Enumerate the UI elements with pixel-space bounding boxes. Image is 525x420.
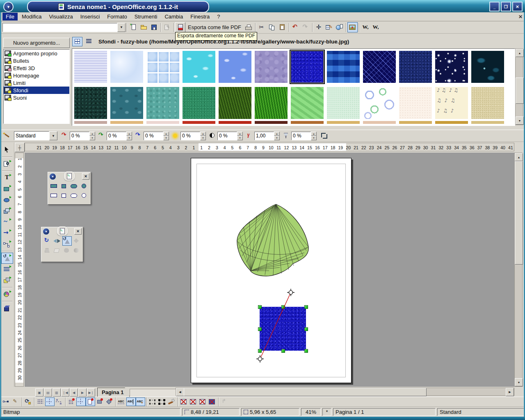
url-input[interactable] [2,23,117,32]
picture-placeholder-toggle[interactable] [179,397,189,406]
gallery-topic-limiti[interactable]: Limiti [4,79,69,87]
show-grid-toggle[interactable] [36,397,45,406]
snap-border-toggle[interactable] [95,397,105,406]
rectangles-floater-rect-outline[interactable] [49,191,59,200]
menu-item-item[interactable]: ? [214,13,223,21]
graphics-mode-input[interactable] [14,131,49,140]
grid-view-button[interactable] [72,37,82,46]
gallery-topic-homepage[interactable]: Homepage [4,72,69,79]
effects-floater-rotate[interactable] [43,236,52,246]
red-line-object[interactable] [253,287,299,366]
brightness-field[interactable]: ▲▼ [180,132,206,140]
thumbnail-blue-tiles[interactable] [146,51,179,83]
open-button[interactable] [139,22,149,32]
selection-handle[interactable] [304,349,308,353]
floater-menu-icon[interactable]: ▼ [43,228,50,235]
selection-handle[interactable] [304,305,308,309]
quick-edit-toggle[interactable] [117,397,126,406]
text-placeholder-toggle[interactable] [198,397,208,406]
thumbnail-maze-dark-blue[interactable] [363,51,396,83]
last-page-icon[interactable]: ▶❘ [87,388,95,397]
blue-percent-field[interactable]: ▲▼ [144,132,169,140]
transparency-field[interactable]: ▲▼ [291,132,317,140]
rectangles-floater-square-filled[interactable] [59,181,69,191]
transparency-field-spinner[interactable]: ▲▼ [311,132,317,140]
menu-item-strumenti[interactable]: Strumenti [131,13,161,21]
object-placeholder-toggle[interactable] [208,397,217,406]
thumbnail-partial[interactable] [74,121,107,124]
thumbnail-partial[interactable] [327,121,360,124]
thumbnail-night-stars[interactable] [435,51,468,83]
gallery-topic-argomento-proprio[interactable]: Argomento proprio [4,50,69,57]
snap-margins-toggle[interactable] [86,397,95,406]
thumbnail-music-notes[interactable] [435,87,468,119]
thumbnail-stone-purple[interactable] [255,51,288,83]
spin-up-icon[interactable]: ▲ [274,132,280,136]
vertical-scrollbar[interactable]: ▲ ▼ [514,153,523,387]
spin-down-icon[interactable]: ▼ [89,136,95,140]
page-tab[interactable]: Pagina 1 [97,388,130,397]
thumbnail-partial[interactable] [219,121,251,124]
close-document-icon[interactable]: ✕ [518,14,523,20]
list-view-button[interactable] [84,37,94,46]
spin-up-icon[interactable]: ▲ [200,132,206,136]
blue-percent-field-spinner[interactable]: ▲▼ [163,132,169,140]
thumbnail-fabric-navy[interactable] [399,51,432,83]
snap-guides-toggle[interactable] [76,397,86,406]
brightness-field-spinner[interactable]: ▲▼ [200,132,206,140]
contrast-field-input[interactable] [217,132,237,140]
layer-view-mode-icon[interactable]: ▣ [35,388,43,397]
menu-item-visualizza[interactable]: Visualizza [46,13,76,21]
spin-down-icon[interactable]: ▼ [163,136,169,140]
graphics-mode-dropdown-button[interactable]: ▼ [49,131,57,140]
transparency-field-input[interactable] [291,132,311,140]
snap-grid-toggle[interactable] [67,397,76,406]
copy-button[interactable] [267,22,277,32]
thumbnail-cream-white[interactable] [399,87,432,119]
layer-mode-icon[interactable]: ▥ [52,388,61,397]
spin-down-icon[interactable]: ▼ [126,136,132,140]
spin-down-icon[interactable]: ▼ [237,136,243,140]
new-document-button[interactable] [128,22,139,32]
ellipse-tool[interactable] [1,194,13,205]
green-percent-field-input[interactable] [107,132,126,140]
thumbnail-partial[interactable] [471,121,504,124]
maximize-button[interactable]: ❒ [501,2,511,11]
thumbnail-liquid-dark-teal[interactable] [471,51,504,83]
red-percent-field-input[interactable] [70,132,89,140]
edit-points-toggle[interactable] [2,397,11,406]
thumbnail-rings-pastel[interactable] [363,87,396,119]
lines-arrows-tool[interactable] [1,228,13,239]
blue-percent-field-input[interactable] [144,132,163,140]
spin-up-icon[interactable]: ▲ [89,132,95,136]
glue-points-toggle[interactable] [11,397,21,406]
paste-button[interactable] [277,22,288,32]
contrast-field[interactable]: ▲▼ [217,132,243,140]
text-tool[interactable] [1,172,13,183]
gallery-scroll-thumb[interactable] [516,78,524,104]
arrange-tool[interactable] [1,275,13,286]
thumbnail-sand-beige[interactable] [471,87,504,119]
floater-close-icon[interactable]: ✕ [82,173,89,180]
spin-down-icon[interactable]: ▼ [311,136,317,140]
writer-button-2[interactable] [371,22,381,32]
gallery-topic-bullets[interactable]: Bullets [4,57,69,64]
undo-button[interactable] [290,22,301,32]
floater-close-icon[interactable]: ✕ [74,228,82,235]
thumbnail-partial[interactable] [291,121,324,124]
rectangles-floater-rounded-rect-filled[interactable] [69,181,79,191]
master-view-mode-icon[interactable]: ▤ [44,388,52,397]
show-guides-toggle[interactable] [45,397,55,406]
thumbnail-water-cyan[interactable] [183,51,215,83]
thumbnail-fuzzy-dark-green[interactable] [74,87,107,119]
gamma-field-spinner[interactable]: ▲▼ [274,132,280,140]
thumbnail-fabric-lavender[interactable] [74,51,107,83]
menu-item-finestra[interactable]: Finestra [187,13,213,21]
thumbnail-green-fine[interactable] [183,87,215,119]
writer-button-1[interactable] [361,22,371,32]
select-tool[interactable] [1,144,13,155]
menu-item-formato[interactable]: Formato [104,13,130,21]
green-3d-object[interactable] [228,201,314,283]
gallery-topic-sfondi[interactable]: Sfondi [4,87,69,94]
gallery-topic-suoni[interactable]: Suoni [4,94,69,101]
